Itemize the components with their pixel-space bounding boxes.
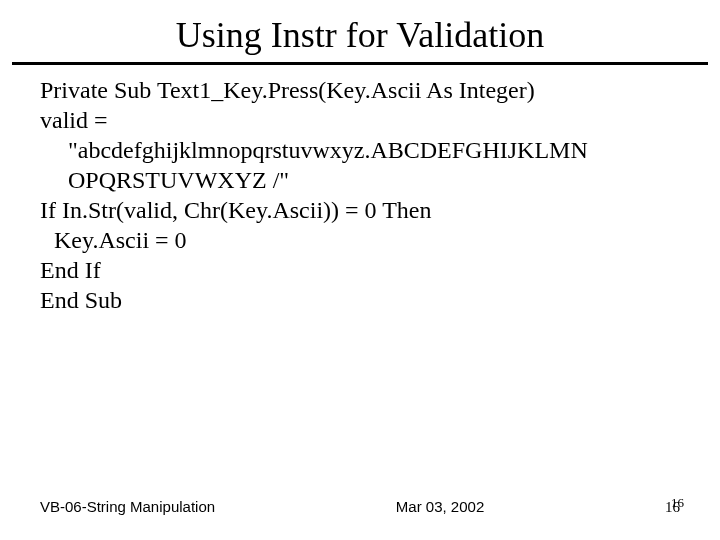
page-number-overlay: 16: [671, 495, 684, 511]
code-line: End If: [40, 255, 680, 285]
code-line: OPQRSTUVWXYZ /": [40, 165, 680, 195]
code-line: Key.Ascii = 0: [40, 225, 680, 255]
footer-date: Mar 03, 2002: [396, 498, 484, 515]
code-line: valid =: [40, 105, 680, 135]
code-line: End Sub: [40, 285, 680, 315]
code-block: Private Sub Text1_Key.Press(Key.Ascii As…: [0, 75, 720, 315]
footer-page: 16 16: [665, 499, 680, 516]
title-divider: [12, 62, 708, 65]
code-line: If In.Str(valid, Chr(Key.Ascii)) = 0 The…: [40, 195, 680, 225]
footer-left: VB-06-String Manipulation: [40, 498, 215, 515]
code-line: Private Sub Text1_Key.Press(Key.Ascii As…: [40, 75, 680, 105]
slide-footer: VB-06-String Manipulation Mar 03, 2002 1…: [0, 498, 720, 516]
slide-title: Using Instr for Validation: [0, 0, 720, 62]
code-line: "abcdefghijklmnopqrstuvwxyz.ABCDEFGHIJKL…: [40, 135, 680, 165]
slide: Using Instr for Validation Private Sub T…: [0, 0, 720, 540]
